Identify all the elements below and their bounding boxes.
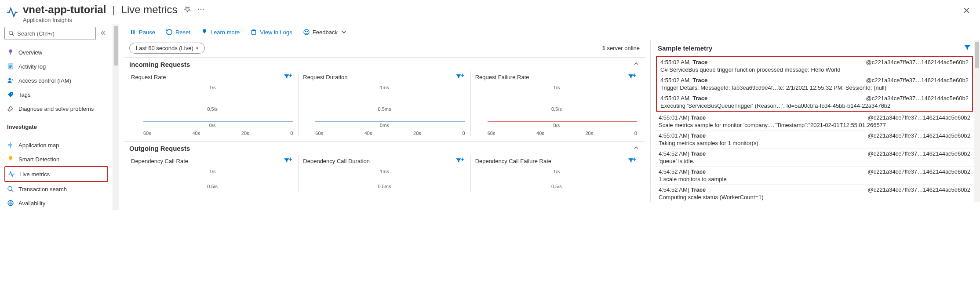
svg-point-3 <box>9 31 13 35</box>
sidebar-item-label: Application map <box>18 142 59 149</box>
svg-rect-19 <box>133 30 135 34</box>
chart-filter-icon[interactable]: + <box>455 157 466 165</box>
sidebar-item-tags[interactable]: Tags <box>4 87 108 102</box>
pause-button[interactable]: Pause <box>129 29 155 36</box>
telemetry-message: Trigger Details: MessageId: fab3ea69cd9e… <box>660 84 969 91</box>
toolbar: Pause Reset Learn more View in Logs Feed… <box>119 24 980 40</box>
sidebar-item-overview[interactable]: Overview <box>4 45 108 59</box>
learn-more-button[interactable]: Learn more <box>201 29 240 36</box>
sidebar-item-txsearch[interactable]: Transaction search <box>4 182 108 196</box>
telemetry-entry[interactable]: 4:55:01 AM | Trace@c221a34ce7ffe37…14621… <box>655 113 974 130</box>
page-title: Live metrics <box>121 4 178 16</box>
telemetry-message: 'queue' is idle. <box>659 157 970 164</box>
telemetry-operation-id: @c221a34ce7ffe37…1462144ac5e60b2 <box>866 77 969 84</box>
sidebar-scrollbar[interactable] <box>113 24 119 210</box>
sidebar-item-smart[interactable]: Smart Detection <box>4 152 108 166</box>
collapse-group-icon[interactable] <box>633 144 640 153</box>
sidebar-item-label: Tags <box>18 91 30 98</box>
svg-rect-14 <box>10 142 11 148</box>
chart-group-header: Incoming Requests <box>124 57 645 71</box>
telemetry-operation-id: @c221a34ce7ffe37…1462144ac5e60b2 <box>868 168 970 175</box>
metric-chart: Request Failure Rate+1/s0.5/s0/s60s40s20… <box>471 71 642 136</box>
tag-icon <box>7 91 14 98</box>
sidebar-item-diagnose[interactable]: Diagnose and solve problems <box>4 102 108 116</box>
metric-chart: Dependency Call Failure Rate+1/s0.5/s <box>471 155 642 193</box>
svg-point-15 <box>8 186 12 190</box>
telemetry-operation-id: @c221a34ce7ffe37…1462144ac5e60b2 <box>866 59 969 65</box>
chart-title: Dependency Call Rate <box>131 158 188 164</box>
bulb-gear-icon <box>7 156 14 163</box>
chevron-down-icon <box>340 29 347 36</box>
svg-line-16 <box>11 190 13 192</box>
chart-filter-icon[interactable]: + <box>455 73 466 81</box>
telemetry-message: Taking metrics samples for 1 monitor(s). <box>659 139 970 146</box>
lightbulb-icon <box>7 49 14 56</box>
telemetry-entry[interactable]: 4:55:01 AM | Trace@c221a34ce7ffe37…14621… <box>655 130 974 148</box>
chart-filter-icon[interactable]: + <box>283 73 294 81</box>
sidebar-item-label: Smart Detection <box>18 156 59 163</box>
collapse-group-icon[interactable] <box>633 60 640 69</box>
telemetry-entry[interactable]: 4:55:02 AM | Trace@c221a34ce7ffe37…14621… <box>657 57 972 75</box>
svg-point-0 <box>198 8 199 9</box>
chart-filter-icon[interactable]: + <box>627 157 638 165</box>
chart-filter-icon[interactable]: + <box>627 73 638 81</box>
telemetry-entry[interactable]: 4:55:02 AM | Trace@c221a34ce7ffe37…14621… <box>657 75 972 93</box>
telemetry-filter-icon[interactable]: + <box>963 44 971 53</box>
telemetry-operation-id: @c221a34ce7ffe37…1462144ac5e60b2 <box>866 95 969 102</box>
time-range-pill[interactable]: Last 60 seconds (Live) ▾ <box>129 43 205 54</box>
sidebar-item-availability[interactable]: Availability <box>4 196 108 210</box>
collapse-sidebar-icon[interactable] <box>98 28 108 39</box>
view-in-logs-button[interactable]: View in Logs <box>250 29 292 36</box>
telemetry-message: C# ServiceBus queue trigger function pro… <box>660 65 969 73</box>
svg-rect-13 <box>8 145 12 146</box>
metric-chart: Request Rate+1/s0.5/s0/s60s40s20s0 <box>127 71 299 136</box>
server-online-status: 1 server online <box>602 45 640 51</box>
metric-chart: Dependency Call Rate+1/s0.5/s <box>127 155 299 193</box>
svg-point-2 <box>203 8 204 9</box>
more-icon[interactable] <box>197 5 205 15</box>
wrench-icon <box>7 105 14 112</box>
sidebar-item-live[interactable]: Live metrics <box>4 166 108 182</box>
telemetry-entry[interactable]: 4:54:52 AM | Trace@c221a34ce7ffe37…14621… <box>655 148 974 166</box>
svg-rect-5 <box>10 54 11 55</box>
telemetry-scrollbar[interactable] <box>974 40 980 202</box>
telemetry-message: 1 scale monitors to sample <box>659 175 970 182</box>
globe-icon <box>7 200 14 207</box>
chart-title: Request Failure Rate <box>475 74 529 80</box>
app-insights-logo-icon <box>6 6 18 18</box>
search-input[interactable]: Search (Ctrl+/) <box>4 27 96 40</box>
telemetry-message: Executing 'ServiceBusQueueTrigger' (Reas… <box>660 102 969 109</box>
svg-text:+: + <box>969 44 971 47</box>
map-icon <box>7 142 14 149</box>
sidebar-item-label: Activity log <box>18 63 46 70</box>
telemetry-operation-id: @c221a34ce7ffe37…1462144ac5e60b2 <box>868 114 970 121</box>
metric-chart: Request Duration+1ms0.5ms0ms60s40s20s0 <box>299 71 470 136</box>
chart-title: Request Duration <box>303 74 347 80</box>
sidebar-item-label: Live metrics <box>19 171 50 178</box>
telemetry-message: Computing scale status (WorkerCount=1) <box>659 193 970 200</box>
reset-button[interactable]: Reset <box>166 29 190 36</box>
sidebar-item-appmap[interactable]: Application map <box>4 138 108 152</box>
person-icon <box>7 77 14 84</box>
svg-point-20 <box>252 29 256 31</box>
sidebar-item-label: Diagnose and solve problems <box>18 106 94 112</box>
log-icon <box>7 63 14 70</box>
metrics-pane: Last 60 seconds (Live) ▾ 1 server online… <box>119 40 650 202</box>
telemetry-entry[interactable]: 4:55:02 AM | Trace@c221a34ce7ffe37…14621… <box>657 93 972 111</box>
svg-point-21 <box>304 29 309 35</box>
telemetry-entry[interactable]: 4:54:52 AM | Trace@c221a34ce7ffe37…14621… <box>655 166 974 184</box>
feedback-button[interactable]: Feedback <box>303 29 347 36</box>
resource-name: vnet-app-tutorial <box>23 4 106 16</box>
sidebar-item-iam[interactable]: Access control (IAM) <box>4 73 108 87</box>
svg-line-4 <box>12 34 14 36</box>
search-placeholder: Search (Ctrl+/) <box>17 30 55 37</box>
sidebar-item-activity[interactable]: Activity log <box>4 59 108 73</box>
close-button[interactable]: ✕ <box>959 4 974 18</box>
chart-group-header: Outgoing Requests <box>124 141 645 155</box>
telemetry-operation-id: @c221a34ce7ffe37…1462144ac5e60b2 <box>868 150 970 157</box>
pin-icon[interactable] <box>184 6 191 14</box>
telemetry-entry[interactable]: 4:54:52 AM | Trace@c221a34ce7ffe37…14621… <box>655 184 974 202</box>
telemetry-message: Scale metrics sample for monitor 'compan… <box>659 121 970 128</box>
chart-filter-icon[interactable]: + <box>283 157 294 165</box>
telemetry-operation-id: @c221a34ce7ffe37…1462144ac5e60b2 <box>868 132 970 139</box>
